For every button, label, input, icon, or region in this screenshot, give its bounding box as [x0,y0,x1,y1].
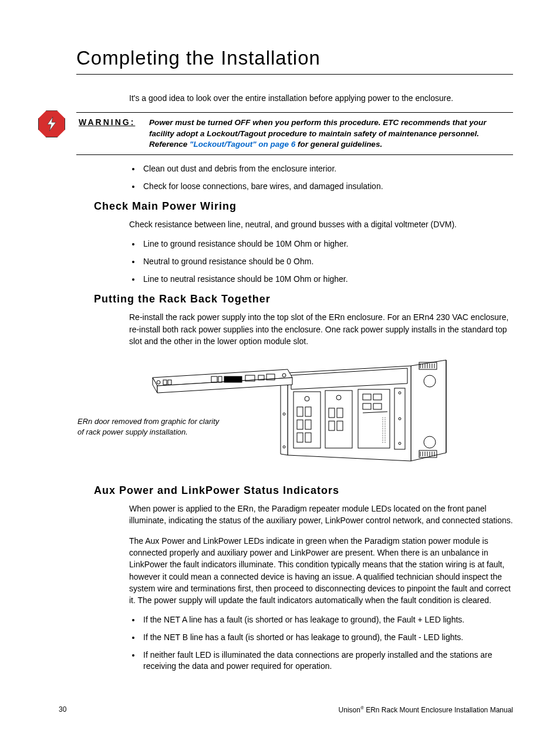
rack-text: Re-install the rack power supply into th… [129,311,513,347]
list-item: Line to neutral resistance should be 10M… [141,274,513,285]
doc-suffix: ERn Rack Mount Enclosure Installation Ma… [364,706,513,714]
warning-icon [38,110,65,137]
list-item: If the NET A line has a fault (is shorte… [141,614,513,626]
list-item: Neutral to ground resistance should be 0… [141,256,513,268]
main-power-intro: Check resistance between line, neutral, … [129,218,513,230]
section-heading-aux: Aux Power and LinkPower Status Indicator… [94,484,513,497]
pre-check-list: Clean out dust and debris from the enclo… [141,163,513,192]
main-power-list: Line to ground resistance should be 10M … [141,238,513,285]
section-heading-main-power: Check Main Power Wiring [94,200,513,213]
aux-p1: When power is applied to the ERn, the Pa… [129,503,513,527]
page-footer: 30 Unison® ERn Rack Mount Enclosure Inst… [59,705,513,714]
list-item: Line to ground resistance should be 10M … [141,238,513,250]
rack-figure: ERn door removed from graphic for clarit… [129,355,513,473]
aux-list: If the NET A line has a fault (is shorte… [141,614,513,672]
list-item: Clean out dust and debris from the enclo… [141,163,513,175]
doc-title: Unison® ERn Rack Mount Enclosure Install… [339,705,513,714]
lockout-link[interactable]: "Lockout/Tagout" on page 6 [190,140,295,149]
intro-text: It's a good idea to look over the entire… [129,92,513,104]
page-number: 30 [59,705,66,714]
warning-callout: WARNING: Power must be turned OFF when y… [76,112,513,155]
page-title: Completing the Installation [76,47,513,69]
list-item: If the NET B line has a fault (is shorte… [141,632,513,644]
section-heading-rack: Putting the Rack Back Together [94,293,513,305]
list-item: Check for loose connections, bare wires,… [141,181,513,193]
warning-label: WARNING: [76,117,149,150]
svg-rect-60 [224,376,242,382]
warning-text-after: for general guidelines. [295,140,382,149]
list-item: If neither fault LED is illuminated the … [141,650,513,672]
power-bolt-icon [45,116,58,132]
warning-text: Power must be turned OFF when you perfor… [149,117,513,150]
aux-p2: The Aux Power and LinkPower LEDs indicat… [129,535,513,607]
doc-prefix: Unison [339,706,360,714]
rack-illustration [129,355,458,467]
